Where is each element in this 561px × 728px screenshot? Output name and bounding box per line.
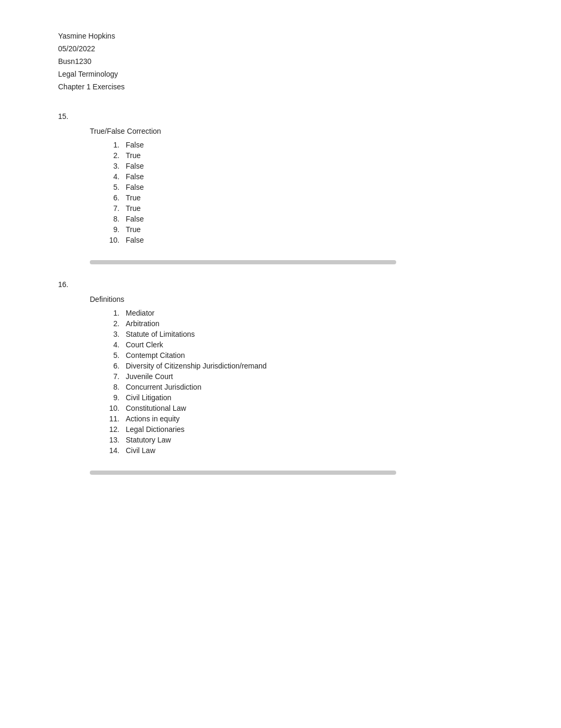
list-item: True bbox=[121, 193, 519, 202]
list-item: False bbox=[121, 162, 519, 170]
list-item: False bbox=[121, 141, 519, 149]
list-item: Civil Law bbox=[121, 446, 519, 455]
list-item: Court Clerk bbox=[121, 340, 519, 349]
chapter-title: Chapter 1 Exercises bbox=[58, 82, 519, 91]
list-item: False bbox=[121, 183, 519, 191]
list-item: Juvenile Court bbox=[121, 372, 519, 381]
list-item: Diversity of Citizenship Jurisdiction/re… bbox=[121, 362, 519, 370]
section-16-list: MediatorArbitrationStatute of Limitation… bbox=[121, 309, 519, 455]
section-15: 15. True/False Correction FalseTrueFalse… bbox=[58, 112, 519, 244]
section-16-divider bbox=[90, 471, 396, 475]
list-item: True bbox=[121, 151, 519, 160]
list-item: True bbox=[121, 204, 519, 213]
section-16: 16. Definitions MediatorArbitrationStatu… bbox=[58, 280, 519, 455]
list-item: Civil Litigation bbox=[121, 393, 519, 402]
list-item: True bbox=[121, 225, 519, 234]
list-item: Concurrent Jurisdiction bbox=[121, 383, 519, 391]
list-item: Statutory Law bbox=[121, 436, 519, 444]
section-15-title: True/False Correction bbox=[90, 127, 519, 135]
list-item: Legal Dictionaries bbox=[121, 425, 519, 434]
header-block: Yasmine Hopkins 05/20/2022 Busn1230 Lega… bbox=[58, 32, 519, 91]
course-code: Busn1230 bbox=[58, 57, 519, 66]
list-item: Mediator bbox=[121, 309, 519, 317]
section-15-divider bbox=[90, 260, 396, 264]
list-item: Statute of Limitations bbox=[121, 330, 519, 338]
list-item: False bbox=[121, 236, 519, 244]
list-item: False bbox=[121, 172, 519, 181]
section-15-number: 15. bbox=[58, 112, 519, 121]
section-16-number: 16. bbox=[58, 280, 519, 289]
list-item: Contempt Citation bbox=[121, 351, 519, 360]
date: 05/20/2022 bbox=[58, 44, 519, 53]
section-15-list: FalseTrueFalseFalseFalseTrueTrueFalseTru… bbox=[121, 141, 519, 244]
subject: Legal Terminology bbox=[58, 70, 519, 78]
list-item: Actions in equity bbox=[121, 414, 519, 423]
student-name: Yasmine Hopkins bbox=[58, 32, 519, 40]
list-item: Arbitration bbox=[121, 319, 519, 328]
section-16-title: Definitions bbox=[90, 295, 519, 303]
list-item: False bbox=[121, 215, 519, 223]
list-item: Constitutional Law bbox=[121, 404, 519, 412]
